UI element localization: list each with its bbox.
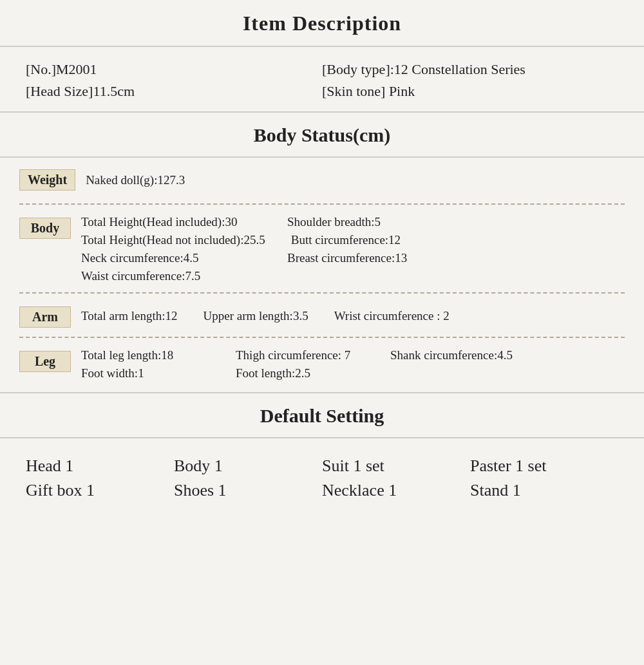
default-col-2: Body 1 Shoes 1	[174, 456, 322, 500]
body-meas-2-right: Butt circumference:12	[291, 233, 401, 247]
body-meas-1-left: Total Height(Head included):30	[81, 215, 261, 229]
arm-row: Arm Total arm length:12 Upper arm length…	[19, 297, 625, 333]
default-item-1-2: Gift box 1	[26, 481, 174, 500]
leg-label: Leg	[19, 351, 71, 372]
default-setting-title: Default Setting	[13, 405, 631, 427]
leg-meas-2-mid: Foot length:2.5	[236, 366, 365, 380]
body-label: Body	[19, 218, 71, 239]
leg-label-container: Leg	[19, 348, 71, 372]
info-row-2: [Head Size]11.5cm [Skin tone] Pink	[26, 83, 618, 100]
default-item-2-2: Shoes 1	[174, 481, 322, 500]
body-row: Body Total Height(Head included):30 Shou…	[19, 209, 625, 288]
item-number: [No.]M2001	[26, 61, 322, 78]
body-status-header: Body Status(cm)	[0, 113, 644, 158]
arm-label-container: Arm	[19, 304, 71, 328]
arm-label: Arm	[19, 306, 71, 328]
default-item-3-2: Necklace 1	[322, 481, 470, 500]
leg-row: Leg Total leg length:18 Thigh circumfere…	[19, 342, 625, 386]
default-items-section: Head 1 Gift box 1 Body 1 Shoes 1 Suit 1 …	[0, 438, 644, 520]
default-setting-header: Default Setting	[0, 393, 644, 438]
default-col-1: Head 1 Gift box 1	[26, 456, 174, 500]
body-meas-4-left: Waist circumference:7.5	[81, 269, 261, 283]
default-item-1-1: Head 1	[26, 456, 174, 476]
body-meas-line-1: Total Height(Head included):30 Shoulder …	[81, 215, 625, 229]
divider-2	[19, 292, 625, 294]
default-item-3-1: Suit 1 set	[322, 456, 470, 476]
divider-1	[19, 203, 625, 205]
weight-row: Weight Naked doll(g):127.3	[19, 169, 625, 197]
body-meas-2-left: Total Height(Head not included):25.5	[81, 233, 265, 247]
leg-meas-1-right: Shank circumference:4.5	[390, 348, 519, 362]
weight-label: Weight	[19, 169, 75, 191]
body-meas-line-2: Total Height(Head not included):25.5 But…	[81, 233, 625, 247]
body-status-title: Body Status(cm)	[13, 124, 631, 146]
default-item-4-2: Stand 1	[470, 481, 618, 500]
leg-meas-1-mid: Thigh circumference: 7	[236, 348, 365, 362]
arm-meas-1: Total arm length:12	[81, 309, 178, 323]
body-meas-line-4: Waist circumference:7.5	[81, 269, 625, 283]
info-section: [No.]M2001 [Body type]:12 Constellation …	[0, 47, 644, 113]
default-col-3: Suit 1 set Necklace 1	[322, 456, 470, 500]
arm-meas-3: Wrist circumference : 2	[334, 309, 450, 323]
head-size: [Head Size]11.5cm	[26, 83, 322, 100]
leg-meas-1-left: Total leg length:18	[81, 348, 210, 362]
measurements-section: Weight Naked doll(g):127.3 Body Total He…	[0, 158, 644, 393]
body-meas-3-right: Breast circumference:13	[287, 251, 407, 265]
body-meas-3-left: Neck circumference:4.5	[81, 251, 261, 265]
body-meas-1-right: Shoulder breadth:5	[287, 215, 381, 229]
body-type: [Body type]:12 Constellation Series	[322, 61, 618, 78]
default-item-2-1: Body 1	[174, 456, 322, 476]
arm-measurements: Total arm length:12 Upper arm length:3.5…	[81, 309, 625, 323]
body-label-container: Body	[19, 215, 71, 239]
divider-3	[19, 337, 625, 338]
body-meas-line-3: Neck circumference:4.5 Breast circumfere…	[81, 251, 625, 265]
arm-meas-2: Upper arm length:3.5	[204, 309, 308, 323]
body-measurements: Total Height(Head included):30 Shoulder …	[81, 215, 625, 283]
leg-meas-2-left: Foot width:1	[81, 366, 210, 380]
page-title: Item Description	[13, 12, 631, 35]
skin-tone: [Skin tone] Pink	[322, 83, 618, 100]
item-description-header: Item Description	[0, 0, 644, 47]
default-grid: Head 1 Gift box 1 Body 1 Shoes 1 Suit 1 …	[26, 456, 618, 500]
leg-meas-line-1: Total leg length:18 Thigh circumference:…	[81, 348, 625, 362]
leg-measurements: Total leg length:18 Thigh circumference:…	[81, 348, 625, 380]
info-row-1: [No.]M2001 [Body type]:12 Constellation …	[26, 61, 618, 78]
default-col-4: Paster 1 set Stand 1	[470, 456, 618, 500]
weight-value: Naked doll(g):127.3	[86, 173, 185, 187]
page-wrapper: Item Description [No.]M2001 [Body type]:…	[0, 0, 644, 665]
leg-meas-line-2: Foot width:1 Foot length:2.5	[81, 366, 625, 380]
default-item-4-1: Paster 1 set	[470, 456, 618, 476]
